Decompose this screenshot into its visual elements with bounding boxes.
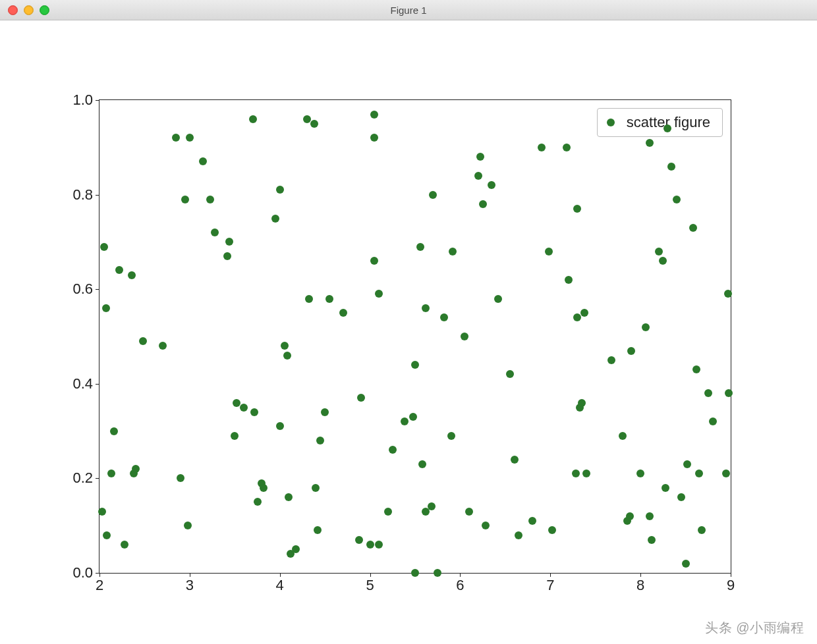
- scatter-point: [689, 224, 697, 232]
- scatter-point: [626, 512, 634, 520]
- scatter-point: [429, 191, 437, 199]
- scatter-point: [177, 474, 184, 482]
- scatter-point: [411, 361, 419, 369]
- scatter-point: [695, 470, 703, 477]
- scatter-point: [325, 295, 333, 303]
- scatter-point: [682, 560, 690, 568]
- scatter-point: [370, 257, 378, 265]
- scatter-point: [642, 323, 650, 331]
- titlebar[interactable]: Figure 1: [0, 0, 817, 20]
- xtick-label: 3: [186, 577, 194, 594]
- scatter-point: [667, 163, 675, 171]
- scatter-point: [724, 290, 732, 298]
- scatter-point: [704, 389, 712, 397]
- scatter-point: [249, 115, 257, 123]
- scatter-point: [121, 541, 128, 549]
- scatter-point: [223, 252, 231, 260]
- scatter-point: [271, 215, 279, 223]
- xtick-label: 9: [727, 577, 735, 594]
- scatter-point: [384, 508, 392, 516]
- watermark-text: 头条 @小雨编程: [705, 619, 804, 637]
- scatter-point: [578, 399, 586, 407]
- scatter-point: [254, 498, 262, 506]
- scatter-point: [725, 389, 733, 397]
- scatter-point: [231, 432, 239, 440]
- window-title: Figure 1: [0, 5, 817, 16]
- scatter-point: [482, 522, 490, 529]
- scatter-point: [128, 271, 136, 279]
- scatter-point: [698, 526, 706, 534]
- figure-window: Figure 1 scatter figure 0.00.20.40.60.81…: [0, 0, 817, 644]
- scatter-point: [515, 531, 522, 539]
- scatter-point: [312, 484, 320, 492]
- scatter-point: [292, 545, 300, 553]
- scatter-point: [440, 313, 448, 321]
- scatter-point: [494, 295, 502, 303]
- xtick-label: 8: [636, 577, 644, 594]
- scatter-point: [447, 432, 455, 440]
- scatter-point: [370, 134, 378, 142]
- scatter-point: [339, 309, 347, 317]
- scatter-point: [573, 313, 581, 321]
- scatter-point: [276, 422, 284, 430]
- scatter-point: [276, 186, 284, 194]
- scatter-point: [627, 347, 635, 355]
- legend: scatter figure: [597, 108, 723, 137]
- scatter-point: [506, 370, 514, 378]
- scatter-point: [102, 304, 110, 312]
- scatter-point: [401, 417, 408, 425]
- scatter-point: [662, 484, 669, 492]
- xtick-label: 2: [96, 577, 103, 594]
- scatter-point: [159, 342, 167, 350]
- scatter-point: [139, 337, 147, 345]
- scatter-point: [370, 111, 378, 119]
- scatter-point: [233, 399, 240, 407]
- scatter-point: [511, 456, 519, 464]
- scatter-point: [110, 427, 118, 435]
- scatter-point: [303, 115, 311, 123]
- scatter-point: [199, 157, 207, 165]
- scatter-point: [677, 493, 685, 501]
- scatter-point: [355, 536, 363, 544]
- scatter-point: [211, 228, 219, 236]
- scatter-point: [321, 408, 329, 416]
- scatter-point: [260, 484, 268, 492]
- scatter-point: [619, 432, 627, 440]
- scatter-point: [655, 248, 663, 255]
- scatter-point: [646, 139, 654, 147]
- scatter-point: [580, 309, 588, 317]
- scatter-point: [375, 541, 383, 549]
- axes: scatter figure 0.00.20.40.60.81.02345678…: [99, 99, 731, 574]
- scatter-point: [172, 134, 180, 142]
- figure-canvas: scatter figure 0.00.20.40.60.81.02345678…: [0, 20, 817, 644]
- scatter-point: [565, 276, 573, 284]
- ytick-label: 0.6: [72, 281, 93, 298]
- ytick-label: 0.0: [72, 564, 93, 581]
- scatter-point: [375, 290, 383, 298]
- scatter-point: [607, 356, 615, 364]
- scatter-point: [357, 394, 365, 402]
- scatter-point: [692, 365, 700, 373]
- scatter-point: [416, 243, 424, 251]
- scatter-point: [206, 196, 214, 203]
- scatter-point: [709, 417, 717, 425]
- xtick-label: 5: [366, 577, 374, 594]
- scatter-point: [305, 295, 313, 303]
- ytick-label: 0.2: [72, 470, 93, 487]
- scatter-point: [573, 205, 581, 213]
- scatter-point: [115, 266, 123, 274]
- scatter-point: [316, 437, 324, 444]
- scatter-point: [103, 531, 111, 539]
- scatter-point: [314, 526, 322, 534]
- scatter-point: [366, 541, 374, 549]
- scatter-point: [582, 470, 590, 477]
- xtick-label: 6: [456, 577, 464, 594]
- scatter-point: [479, 200, 487, 208]
- scatter-point: [132, 465, 140, 473]
- xtick-label: 4: [276, 577, 284, 594]
- scatter-point: [281, 342, 289, 350]
- scatter-point: [461, 333, 468, 340]
- scatter-point: [285, 493, 293, 501]
- scatter-point: [184, 522, 192, 529]
- scatter-point: [418, 460, 426, 468]
